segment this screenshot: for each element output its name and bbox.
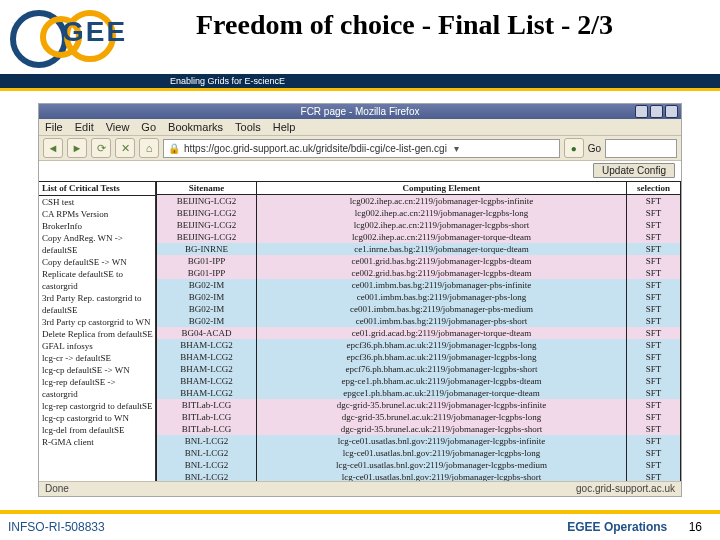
critical-test-item[interactable]: BrokerInfo (39, 220, 155, 232)
cell-selection[interactable]: SFT (627, 315, 681, 327)
minimize-icon[interactable] (635, 105, 648, 118)
cell-selection[interactable]: SFT (627, 243, 681, 255)
cell-ce: lcg002.ihep.ac.cn:2119/jobmanager-lcgpbs… (257, 195, 627, 208)
cell-sitename: BEIJING-LCG2 (157, 195, 257, 208)
cell-sitename: BG01-IPP (157, 267, 257, 279)
menu-edit[interactable]: Edit (75, 121, 94, 133)
cell-selection[interactable]: SFT (627, 447, 681, 459)
critical-test-item[interactable]: 3rd Party cp castorgrid to WN (39, 316, 155, 328)
critical-test-item[interactable]: CSH test (39, 196, 155, 208)
critical-test-item[interactable]: lcg-cp castorgrid to WN (39, 412, 155, 424)
cell-selection[interactable]: SFT (627, 207, 681, 219)
critical-test-item[interactable]: GFAL infosys (39, 340, 155, 352)
menu-go[interactable]: Go (141, 121, 156, 133)
menu-view[interactable]: View (106, 121, 130, 133)
cell-sitename: BG02-IM (157, 279, 257, 291)
maximize-icon[interactable] (650, 105, 663, 118)
cell-sitename: BITLab-LCG (157, 423, 257, 435)
menu-help[interactable]: Help (273, 121, 296, 133)
cell-selection[interactable]: SFT (627, 375, 681, 387)
table-row: BITLab-LCGdgc-grid-35.brunel.ac.uk:2119/… (157, 423, 681, 435)
critical-test-item[interactable]: lcg-rep defaultSE -> castorgrid (39, 376, 155, 400)
window-title: FCR page - Mozilla Firefox (301, 106, 420, 117)
critical-test-item[interactable]: Copy AndReg. WN -> defaultSE (39, 232, 155, 256)
table-row: BHAM-LCG2epcf36.ph.bham.ac.uk:2119/jobma… (157, 351, 681, 363)
critical-test-item[interactable]: lcg-del from defaultSE (39, 424, 155, 436)
cell-selection[interactable]: SFT (627, 327, 681, 339)
cell-selection[interactable]: SFT (627, 459, 681, 471)
cell-sitename: BHAM-LCG2 (157, 339, 257, 351)
cell-selection[interactable]: SFT (627, 363, 681, 375)
cell-ce: dgc-grid-35.brunel.ac.uk:2119/jobmanager… (257, 399, 627, 411)
accent-bar (0, 88, 720, 91)
table-row: BNL-LCG2lcg-ce01.usatlas.bnl.gov:2119/jo… (157, 447, 681, 459)
slide-header: GEE Freedom of choice - Final List - 2/3 (0, 0, 720, 74)
cell-selection[interactable]: SFT (627, 195, 681, 208)
footer-id: INFSO-RI-508833 (8, 520, 105, 534)
cell-sitename: BITLab-LCG (157, 399, 257, 411)
critical-test-item[interactable]: R-GMA client (39, 436, 155, 448)
critical-test-item[interactable]: 3rd Party Rep. castorgrid to defaultSE (39, 292, 155, 316)
cell-sitename: BEIJING-LCG2 (157, 219, 257, 231)
cell-selection[interactable]: SFT (627, 411, 681, 423)
cell-sitename: BNL-LCG2 (157, 435, 257, 447)
cell-selection[interactable]: SFT (627, 219, 681, 231)
cell-sitename: BG02-IM (157, 315, 257, 327)
critical-test-item[interactable]: Copy defaultSE -> WN (39, 256, 155, 268)
cell-sitename: BHAM-LCG2 (157, 375, 257, 387)
cell-ce: ce001.imbm.bas.bg:2119/jobmanager-pbs-sh… (257, 315, 627, 327)
window-titlebar: FCR page - Mozilla Firefox (39, 104, 681, 119)
critical-test-item[interactable]: Replicate defaultSE to castorgrid (39, 268, 155, 292)
table-row: BITLab-LCGdgc-grid-35.brunel.ac.uk:2119/… (157, 399, 681, 411)
home-button[interactable]: ⌂ (139, 138, 159, 158)
ce-grid: Sitename Computing Element selection BEI… (156, 181, 681, 482)
egee-logo: GEE (6, 4, 166, 66)
cell-selection[interactable]: SFT (627, 399, 681, 411)
cell-selection[interactable]: SFT (627, 279, 681, 291)
cell-sitename: BG04-ACAD (157, 327, 257, 339)
cell-selection[interactable]: SFT (627, 435, 681, 447)
go-button[interactable]: ● (564, 138, 584, 158)
table-row: BG02-IMce001.imbm.bas.bg:2119/jobmanager… (157, 279, 681, 291)
tagline: Enabling Grids for E-sciencE (0, 74, 720, 88)
search-input[interactable] (605, 139, 677, 158)
col-selection: selection (627, 182, 681, 195)
table-row: BG-INRNEce1.inrne.bas.bg:2119/jobmanager… (157, 243, 681, 255)
cell-selection[interactable]: SFT (627, 339, 681, 351)
menu-file[interactable]: File (45, 121, 63, 133)
cell-sitename: BEIJING-LCG2 (157, 231, 257, 243)
cell-selection[interactable]: SFT (627, 255, 681, 267)
address-bar[interactable]: 🔒 https://goc.grid-support.ac.uk/gridsit… (163, 139, 560, 158)
cell-selection[interactable]: SFT (627, 303, 681, 315)
cell-selection[interactable]: SFT (627, 291, 681, 303)
close-icon[interactable] (665, 105, 678, 118)
cell-sitename: BITLab-LCG (157, 411, 257, 423)
update-config-button[interactable]: Update Config (593, 163, 675, 178)
cell-sitename: BNL-LCG2 (157, 459, 257, 471)
critical-test-item[interactable]: lcg-cr -> defaultSE (39, 352, 155, 364)
forward-button[interactable]: ► (67, 138, 87, 158)
critical-test-item[interactable]: lcg-cp defaultSE -> WN (39, 364, 155, 376)
reload-button[interactable]: ⟳ (91, 138, 111, 158)
cell-selection[interactable]: SFT (627, 423, 681, 435)
back-button[interactable]: ◄ (43, 138, 63, 158)
menu-bookmarks[interactable]: Bookmarks (168, 121, 223, 133)
cell-selection[interactable]: SFT (627, 267, 681, 279)
cell-sitename: BHAM-LCG2 (157, 363, 257, 375)
cell-selection[interactable]: SFT (627, 351, 681, 363)
stop-button[interactable]: ✕ (115, 138, 135, 158)
col-ce: Computing Element (257, 182, 627, 195)
cell-sitename: BEIJING-LCG2 (157, 207, 257, 219)
critical-test-item[interactable]: CA RPMs Version (39, 208, 155, 220)
critical-test-item[interactable]: Delete Replica from defaultSE (39, 328, 155, 340)
menu-tools[interactable]: Tools (235, 121, 261, 133)
address-dropdown-icon[interactable]: ▾ (451, 143, 463, 154)
cell-ce: lcg-ce01.usatlas.bnl.gov:2119/jobmanager… (257, 435, 627, 447)
critical-test-item[interactable]: lcg-rep castorgrid to defaultSE (39, 400, 155, 412)
browser-window: FCR page - Mozilla Firefox FileEditViewG… (38, 103, 682, 497)
cell-selection[interactable]: SFT (627, 231, 681, 243)
table-row: BEIJING-LCG2lcg002.ihep.ac.cn:2119/jobma… (157, 195, 681, 208)
cell-ce: epcf36.ph.bham.ac.uk:2119/jobmanager-lcg… (257, 351, 627, 363)
table-row: BEIJING-LCG2lcg002.ihep.ac.cn:2119/jobma… (157, 219, 681, 231)
cell-selection[interactable]: SFT (627, 387, 681, 399)
